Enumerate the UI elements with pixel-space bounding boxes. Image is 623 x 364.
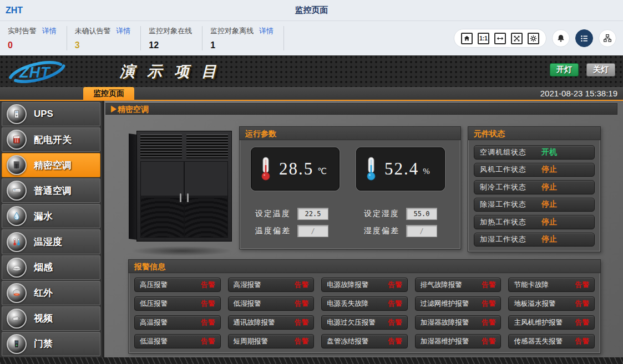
sidebar-item-smoke[interactable]: 烟感 bbox=[2, 255, 100, 280]
objects-online-count: 12 bbox=[149, 40, 192, 50]
temperature-display: 28.5 ℃ bbox=[251, 147, 340, 191]
alarm-status: 告警 bbox=[575, 337, 589, 346]
alarm-status: 告警 bbox=[295, 337, 308, 346]
logo-brand-text: ZHT bbox=[19, 63, 51, 80]
status-value: 停止 bbox=[541, 199, 557, 209]
status-value: 停止 bbox=[541, 165, 557, 175]
alarm-cell: 节能卡故障告警 bbox=[508, 278, 595, 292]
alarm-bell-button[interactable] bbox=[552, 29, 570, 47]
alarm-cell: 排气故障报警告警 bbox=[415, 278, 502, 292]
alarm-status: 告警 bbox=[295, 299, 308, 309]
alarm-cell: 高湿报警告警 bbox=[228, 278, 315, 292]
realtime-alarm-count: 0 bbox=[8, 40, 57, 50]
alarm-cell: 传感器丢失报警告警 bbox=[508, 334, 595, 348]
sidebar-item-video[interactable]: 视频 bbox=[2, 306, 100, 331]
component-status-title: 元件状态 bbox=[468, 127, 600, 140]
alarm-cell: 地板溢水报警告警 bbox=[508, 296, 595, 311]
alarm-cell: 电源过欠压报警告警 bbox=[321, 315, 408, 330]
alarm-cell: 过滤网维护报警告警 bbox=[415, 296, 502, 311]
alarm-list-button[interactable] bbox=[575, 29, 593, 47]
split-ac-icon bbox=[7, 181, 27, 201]
status-row: 风机工作状态 停止 bbox=[474, 163, 595, 177]
light-off-button[interactable]: 关灯 bbox=[586, 63, 615, 76]
humidity-value: 52.4 bbox=[384, 159, 419, 179]
temperature-value: 28.5 bbox=[279, 159, 313, 179]
status-row: 除湿工作状态 停止 bbox=[474, 198, 595, 212]
alarm-cell: 低湿报警告警 bbox=[228, 296, 315, 311]
stat-label: 实时告警 bbox=[8, 27, 37, 35]
sidebar-item-infrared[interactable]: 红外 bbox=[2, 281, 100, 305]
component-status-panel: 元件状态 空调机组状态 开机 风机工作状态 停止 制冷工作状态 停止 bbox=[468, 126, 601, 252]
alarm-cell: 加湿器故障报警告警 bbox=[415, 315, 502, 330]
camera-icon bbox=[7, 309, 27, 329]
sidebar-item-water-leak[interactable]: 漏水 bbox=[2, 204, 100, 228]
ac-unit-image: AIRSYS bbox=[126, 127, 237, 256]
sidebar-item-temp-humidity[interactable]: 温湿度 bbox=[2, 229, 100, 254]
topology-button[interactable] bbox=[599, 29, 616, 47]
light-on-button[interactable]: 开灯 bbox=[550, 63, 579, 76]
ups-icon bbox=[7, 104, 27, 124]
alarm-status: 告警 bbox=[201, 337, 215, 346]
blue-thermometer-icon bbox=[364, 156, 378, 182]
status-row: 制冷工作状态 停止 bbox=[474, 180, 595, 194]
sidebar-item-power-switch[interactable]: 配电开关 bbox=[2, 127, 100, 152]
objects-offline-detail-link[interactable]: 详情 bbox=[259, 27, 273, 35]
access-control-icon bbox=[7, 334, 27, 354]
stat-objects-online: 监控对象在线 12 bbox=[141, 26, 202, 50]
device-sidebar: UPS 配电开关 精密空调 普通空调 bbox=[0, 101, 104, 357]
sidebar-item-door-access[interactable]: 门禁 bbox=[2, 332, 100, 356]
site-title: 演示项目 bbox=[120, 61, 229, 81]
temperature-unit: ℃ bbox=[317, 166, 327, 176]
ac-doors bbox=[140, 161, 228, 238]
one-to-one-icon[interactable]: 1:1 bbox=[478, 33, 489, 44]
unconfirmed-alarm-count: 3 bbox=[75, 40, 131, 50]
humidity-deviation-value: / bbox=[406, 225, 437, 237]
alarm-cell: 低压报警告警 bbox=[134, 296, 221, 311]
alarm-status: 告警 bbox=[575, 318, 589, 327]
humidity-deviation-row: 湿度偏差 / bbox=[364, 225, 437, 237]
alarm-cell: 电源故障报警告警 bbox=[321, 278, 408, 292]
settings-gear-icon[interactable] bbox=[528, 33, 539, 44]
sidebar-item-normal-ac[interactable]: 普通空调 bbox=[2, 178, 100, 203]
alarm-status: 告警 bbox=[482, 299, 495, 309]
home-icon[interactable] bbox=[461, 33, 473, 44]
sidebar-item-precision-ac[interactable]: 精密空调 bbox=[2, 153, 100, 177]
stat-unconfirmed-alarms: 未确认告警 详情 3 bbox=[67, 26, 141, 50]
alarm-cell: 加湿器维护报警告警 bbox=[415, 334, 502, 348]
humidity-unit: % bbox=[423, 167, 430, 176]
top-bar: ZHT 监控页面 bbox=[0, 0, 623, 21]
alarm-cell: 高压报警告警 bbox=[134, 278, 221, 292]
set-temperature-field[interactable]: 22.5 bbox=[297, 208, 328, 220]
alarm-cell: 短周期报警告警 bbox=[228, 334, 315, 348]
page-title: 监控页面 bbox=[0, 5, 623, 16]
set-humidity-row: 设定湿度 55.0 bbox=[364, 208, 437, 220]
tab-bar: 监控页面 2021-08-23 15:38:19 bbox=[0, 87, 623, 101]
alarm-status: 告警 bbox=[482, 318, 495, 327]
circuit-breaker-icon bbox=[7, 130, 27, 150]
alarm-cell: 盘管冻结报警告警 bbox=[321, 334, 408, 348]
status-row: 空调机组状态 开机 bbox=[474, 145, 595, 160]
stat-label: 未确认告警 bbox=[75, 27, 111, 35]
realtime-alarm-detail-link[interactable]: 详情 bbox=[42, 27, 57, 35]
alarm-status: 告警 bbox=[388, 299, 402, 309]
alarm-cell: 高温报警告警 bbox=[134, 315, 221, 330]
thermometers-icon bbox=[7, 232, 27, 252]
alarm-info-panel: 报警信息 高压报警告警 低压报警告警 高温报警告警 低温报警告警 高湿报警告警 … bbox=[128, 259, 601, 353]
fit-width-icon[interactable] bbox=[494, 33, 506, 44]
fullscreen-icon[interactable] bbox=[511, 33, 523, 44]
alarm-cell: 主风机维护报警告警 bbox=[508, 315, 595, 330]
toolbar: 1:1 bbox=[454, 29, 616, 48]
objects-offline-count: 1 bbox=[210, 40, 273, 50]
alarm-status: 告警 bbox=[482, 280, 495, 290]
alarm-cell: 通讯故障报警告警 bbox=[228, 315, 315, 330]
set-humidity-field[interactable]: 55.0 bbox=[406, 208, 437, 220]
sidebar-item-ups[interactable]: UPS bbox=[2, 102, 100, 126]
footer-strip bbox=[0, 357, 623, 364]
alarm-status: 告警 bbox=[201, 299, 215, 309]
tab-monitoring-page[interactable]: 监控页面 bbox=[83, 87, 134, 100]
status-value: 开机 bbox=[541, 147, 557, 157]
section-header: ▶精密空调 bbox=[105, 103, 617, 115]
unconfirmed-alarm-detail-link[interactable]: 详情 bbox=[116, 27, 130, 35]
company-logo[interactable]: ZHT bbox=[4, 58, 110, 85]
water-drop-icon bbox=[7, 206, 27, 226]
